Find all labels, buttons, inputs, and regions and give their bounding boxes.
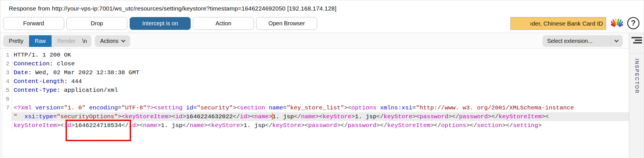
- code-row: 1HTTP/1. 1 200 OK: [2, 51, 629, 59]
- drop-button[interactable]: Drop: [66, 17, 127, 30]
- select-extension-dropdown[interactable]: Select extension...: [543, 35, 623, 47]
- response-editor[interactable]: 1HTTP/1. 1 200 OK2Connection: close3Date…: [2, 49, 629, 158]
- code-row: keyStoreItem><id>1646224718534</id><name…: [2, 121, 629, 130]
- line-number: 1: [2, 51, 12, 59]
- sidebar-divider: [631, 53, 643, 53]
- line-number: 7: [2, 103, 12, 112]
- rainbow-fan-icon[interactable]: [611, 18, 623, 30]
- actions-menu-button[interactable]: Actions: [95, 35, 130, 47]
- dropdown-separator: [611, 38, 611, 45]
- inspector-sidebar: INSPECTOR: [629, 33, 644, 158]
- inspector-label: INSPECTOR: [634, 59, 640, 94]
- window-title: Response from http://your-vps-ip:7001/ws…: [9, 3, 337, 14]
- tab-render[interactable]: Render: [52, 35, 81, 47]
- intercept-toggle-button[interactable]: Intercept is on: [130, 17, 191, 30]
- tab-pretty[interactable]: Pretty: [3, 35, 29, 47]
- code-row: 5Content-Type: application/xml: [2, 86, 629, 95]
- editor-menu-icon[interactable]: [631, 37, 642, 45]
- line-number: 6: [2, 95, 12, 103]
- line-number: 2: [2, 59, 12, 68]
- select-extension-label: Select extension...: [547, 38, 607, 44]
- forward-button[interactable]: Forward: [3, 17, 64, 30]
- action-button[interactable]: Action: [193, 17, 254, 30]
- line-number: [2, 112, 12, 121]
- code-row: " xsi:type="securityOptions"><keyStoreIt…: [2, 112, 629, 121]
- open-browser-button[interactable]: Open Browser: [256, 17, 317, 30]
- line-number: 5: [2, 86, 12, 95]
- line-number: 4: [2, 77, 12, 86]
- line-number: 3: [2, 68, 12, 77]
- inspector-tab[interactable]: INSPECTOR: [629, 59, 644, 94]
- comment-field[interactable]: ıder, Chinese Bank Card ID: [510, 17, 606, 30]
- help-icon[interactable]: ?: [627, 17, 639, 29]
- intercept-window: Response from http://your-vps-ip:7001/ws…: [0, 0, 644, 158]
- code-row: 2Connection: close: [2, 59, 629, 68]
- tab-raw[interactable]: Raw: [29, 35, 52, 47]
- code-row: 3Date: Wed, 02 Mar 2022 12:38:38 GMT: [2, 68, 629, 77]
- chevron-down-icon: [121, 38, 126, 43]
- line-number: [2, 121, 12, 130]
- message-view-toolbar: Pretty Raw Render \n Actions Select exte…: [0, 33, 629, 49]
- actions-label: Actions: [100, 38, 119, 44]
- show-newlines-button[interactable]: \n: [78, 35, 91, 47]
- code-row: 4Content-Length: 444: [2, 77, 629, 86]
- view-mode-tabs: Pretty Raw Render: [3, 35, 81, 47]
- intercept-toolbar: Forward Drop Intercept is on Action Open…: [3, 17, 317, 30]
- code-row: 6: [2, 95, 629, 103]
- chevron-down-icon: [614, 38, 619, 43]
- editor-code: 1HTTP/1. 1 200 OK2Connection: close3Date…: [2, 51, 629, 130]
- code-row: 7<?xml version="1. 0" encoding="UTF-8"?>…: [2, 103, 629, 112]
